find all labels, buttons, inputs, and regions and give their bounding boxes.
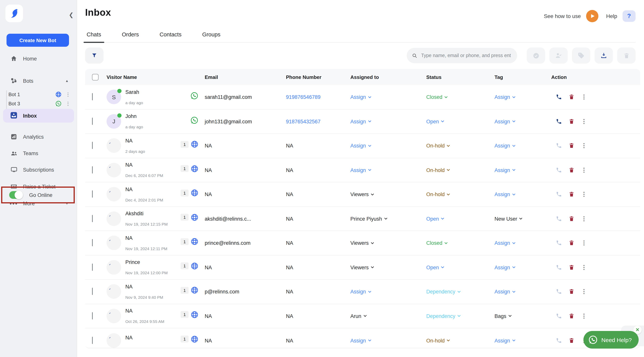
assigned-dropdown[interactable]: Viewers	[350, 192, 374, 197]
row-checkbox[interactable]	[92, 337, 93, 344]
status-dropdown[interactable]: On-hold	[426, 143, 450, 149]
see-how-to-use-link[interactable]: See how to use	[544, 13, 581, 19]
delete-button[interactable]	[617, 47, 636, 64]
help-link[interactable]: Help	[606, 13, 617, 19]
need-help-button[interactable]: Need Help?	[584, 331, 639, 349]
row-checkbox[interactable]	[92, 118, 93, 125]
row-kebab-menu[interactable]: ⋮	[581, 142, 587, 149]
call-button[interactable]	[556, 240, 562, 246]
call-button[interactable]	[556, 338, 562, 344]
bot-menu-kebab-icon[interactable]: ⋮	[65, 92, 71, 97]
call-button[interactable]	[556, 191, 562, 197]
phone-link[interactable]: 919876546789	[286, 94, 320, 100]
row-kebab-menu[interactable]: ⋮	[581, 167, 587, 174]
row-checkbox[interactable]	[92, 142, 93, 149]
delete-row-button[interactable]	[568, 216, 574, 222]
row-checkbox[interactable]	[92, 288, 93, 295]
call-button[interactable]	[556, 289, 562, 295]
row-checkbox[interactable]	[92, 312, 93, 320]
delete-row-button[interactable]	[568, 313, 574, 319]
status-dropdown[interactable]: Open	[426, 216, 444, 222]
call-button[interactable]	[556, 264, 562, 270]
row-checkbox[interactable]	[92, 215, 93, 222]
row-kebab-menu[interactable]: ⋮	[581, 240, 587, 247]
tag-dropdown[interactable]: Bags	[494, 313, 512, 319]
tab-contacts[interactable]: Contacts	[158, 30, 183, 42]
row-checkbox[interactable]	[92, 264, 93, 271]
row-kebab-menu[interactable]: ⋮	[581, 288, 587, 295]
sidebar-bot-3[interactable]: Bot 3 ⋮	[8, 99, 71, 108]
tag-dropdown[interactable]: New User	[494, 216, 523, 222]
assigned-dropdown[interactable]: Assign	[350, 94, 371, 100]
status-dropdown[interactable]: On-hold	[426, 338, 450, 344]
select-all-checkbox[interactable]	[92, 74, 98, 80]
go-online-toggle[interactable]	[9, 191, 23, 199]
create-new-bot-button[interactable]: Create New Bot	[6, 34, 69, 47]
phone-link[interactable]: 918765432567	[286, 119, 320, 124]
tag-dropdown[interactable]: Assign	[494, 338, 516, 344]
filter-button[interactable]	[85, 47, 104, 64]
chevron-up-icon[interactable]: ▲	[65, 79, 68, 83]
tab-chats[interactable]: Chats	[85, 30, 103, 42]
tag-dropdown[interactable]: Assign	[494, 94, 516, 100]
delete-row-button[interactable]	[568, 94, 574, 100]
tag-button[interactable]	[572, 47, 590, 64]
row-kebab-menu[interactable]: ⋮	[581, 313, 587, 320]
sidebar-item-home[interactable]: Home	[0, 53, 77, 64]
assigned-dropdown[interactable]: Arun	[350, 313, 367, 319]
sidebar-item-teams[interactable]: Teams	[0, 147, 77, 159]
delete-row-button[interactable]	[568, 289, 574, 295]
row-checkbox[interactable]	[92, 191, 93, 198]
row-checkbox[interactable]	[92, 166, 93, 174]
assigned-dropdown[interactable]: Assign	[350, 143, 371, 149]
call-button[interactable]	[556, 216, 562, 222]
sidebar-item-subscriptions[interactable]: Subscriptions	[0, 164, 77, 175]
delete-row-button[interactable]	[568, 338, 574, 344]
assigned-dropdown[interactable]: Assign	[350, 289, 371, 295]
delete-row-button[interactable]	[568, 167, 574, 173]
row-kebab-menu[interactable]: ⋮	[581, 94, 587, 100]
tag-dropdown[interactable]: Assign	[494, 192, 516, 197]
assign-agent-button[interactable]	[549, 47, 568, 64]
status-dropdown[interactable]: Open	[426, 119, 444, 124]
call-button[interactable]	[556, 143, 562, 149]
tab-groups[interactable]: Groups	[201, 30, 222, 42]
delete-row-button[interactable]	[568, 191, 574, 197]
call-button[interactable]	[556, 313, 562, 319]
status-dropdown[interactable]: Closed	[426, 94, 448, 100]
tag-dropdown[interactable]: Assign	[494, 265, 516, 270]
download-button[interactable]	[594, 47, 613, 64]
row-checkbox[interactable]	[92, 239, 93, 247]
sidebar-item-bots[interactable]: Bots ▲	[0, 75, 77, 87]
call-button[interactable]	[556, 167, 562, 173]
status-dropdown[interactable]: Closed	[426, 240, 448, 246]
delete-row-button[interactable]	[568, 118, 574, 124]
bot-menu-kebab-icon[interactable]: ⋮	[65, 101, 71, 106]
assigned-dropdown[interactable]: Viewers	[350, 240, 374, 246]
resolve-button[interactable]	[527, 47, 545, 64]
call-button[interactable]	[556, 94, 562, 100]
delete-row-button[interactable]	[568, 240, 574, 246]
sidebar-collapse-icon[interactable]: ❮	[69, 11, 74, 18]
tag-dropdown[interactable]: Assign	[494, 143, 516, 149]
status-dropdown[interactable]: Dependency	[426, 289, 461, 295]
status-dropdown[interactable]: Open	[426, 265, 444, 270]
call-button[interactable]	[556, 118, 562, 124]
assigned-dropdown[interactable]: Prince Piyush	[350, 216, 387, 222]
assigned-dropdown[interactable]: Assign	[350, 338, 371, 344]
botpenguin-logo[interactable]	[5, 4, 23, 22]
status-dropdown[interactable]: Dependency	[426, 313, 461, 319]
row-kebab-menu[interactable]: ⋮	[581, 264, 587, 271]
row-kebab-menu[interactable]: ⋮	[581, 215, 587, 222]
assigned-dropdown[interactable]: Assign	[350, 119, 371, 124]
tag-dropdown[interactable]: Assign	[494, 289, 516, 295]
row-checkbox[interactable]	[92, 93, 93, 100]
delete-row-button[interactable]	[568, 264, 574, 270]
delete-row-button[interactable]	[568, 143, 574, 149]
help-question-badge[interactable]: ?	[622, 10, 636, 22]
row-kebab-menu[interactable]: ⋮	[581, 191, 587, 198]
tab-orders[interactable]: Orders	[120, 30, 140, 42]
tag-dropdown[interactable]: Assign	[494, 167, 516, 173]
sidebar-item-inbox[interactable]: Inbox	[3, 109, 74, 123]
status-dropdown[interactable]: On-hold	[426, 192, 450, 197]
